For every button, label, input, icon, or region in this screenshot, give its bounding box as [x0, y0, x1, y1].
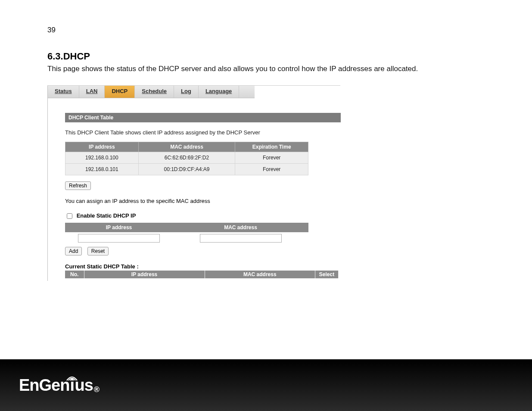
current-static-title: Current Static DHCP Table : [65, 263, 341, 270]
col-ip: IP address [65, 142, 139, 152]
engenius-logo: EnGen ius® [19, 377, 99, 393]
cell-ip: 192.168.0.101 [65, 164, 139, 175]
tab-lan[interactable]: LAN [79, 86, 105, 98]
tab-log[interactable]: Log [174, 86, 199, 98]
table-row: 192.168.0.101 00:1D:D9:CF:A4:A9 Forever [65, 164, 308, 175]
col-ip: IP address [84, 271, 205, 278]
assign-desc: You can assign an IP address to the spec… [65, 198, 341, 204]
router-admin-panel: Status LAN DHCP Schedule Log Language DH… [47, 85, 340, 281]
page-footer: EnGen ius® [0, 359, 532, 411]
section-intro: This page shows the status of the DHCP s… [47, 65, 485, 73]
col-ip: IP address [65, 223, 173, 232]
dhcp-client-table: IP address MAC address Expiration Time 1… [65, 142, 308, 175]
dhcp-client-table-desc: This DHCP Client Table shows client IP a… [65, 129, 341, 136]
col-select: Select [315, 271, 339, 278]
page-number: 39 [47, 26, 485, 34]
static-mac-input[interactable] [200, 234, 282, 243]
col-mac: MAC address [173, 223, 308, 232]
dhcp-client-table-header: DHCP Client Table [65, 113, 341, 122]
col-mac: MAC address [138, 142, 235, 152]
tab-bar: Status LAN DHCP Schedule Log Language [48, 86, 255, 98]
static-ip-input[interactable] [78, 234, 160, 243]
static-dhcp-input-table: IP address MAC address [65, 223, 308, 244]
section-heading: 6.3.DHCP [47, 51, 485, 62]
cell-ip: 192.168.0.100 [65, 152, 139, 164]
registered-icon: ® [94, 386, 99, 393]
cell-mac: 6C:62:6D:69:2F:D2 [138, 152, 235, 164]
table-row: 192.168.0.100 6C:62:6D:69:2F:D2 Forever [65, 152, 308, 164]
table-row [65, 232, 308, 244]
cell-exp: Forever [235, 164, 308, 175]
cell-exp: Forever [235, 152, 308, 164]
col-exp: Expiration Time [235, 142, 308, 152]
tab-dhcp[interactable]: DHCP [105, 86, 135, 98]
tab-status[interactable]: Status [48, 86, 79, 98]
cell-mac: 00:1D:D9:CF:A4:A9 [138, 164, 235, 175]
tab-language[interactable]: Language [199, 86, 239, 98]
section-number: 6.3. [47, 51, 63, 62]
enable-static-dhcp-checkbox[interactable] [67, 213, 72, 219]
add-button[interactable]: Add [65, 247, 82, 255]
logo-text-a: EnGen [19, 377, 69, 393]
current-static-dhcp-table: No. IP address MAC address Select [65, 271, 339, 278]
col-mac: MAC address [205, 271, 315, 278]
enable-static-dhcp-label: Enable Static DHCP IP [77, 212, 136, 219]
section-title-text: DHCP [63, 51, 90, 62]
col-no: No. [65, 271, 84, 278]
wifi-icon: i [70, 377, 74, 393]
tab-schedule[interactable]: Schedule [135, 86, 174, 98]
refresh-button[interactable]: Refresh [65, 181, 91, 190]
reset-button[interactable]: Reset [87, 247, 109, 255]
